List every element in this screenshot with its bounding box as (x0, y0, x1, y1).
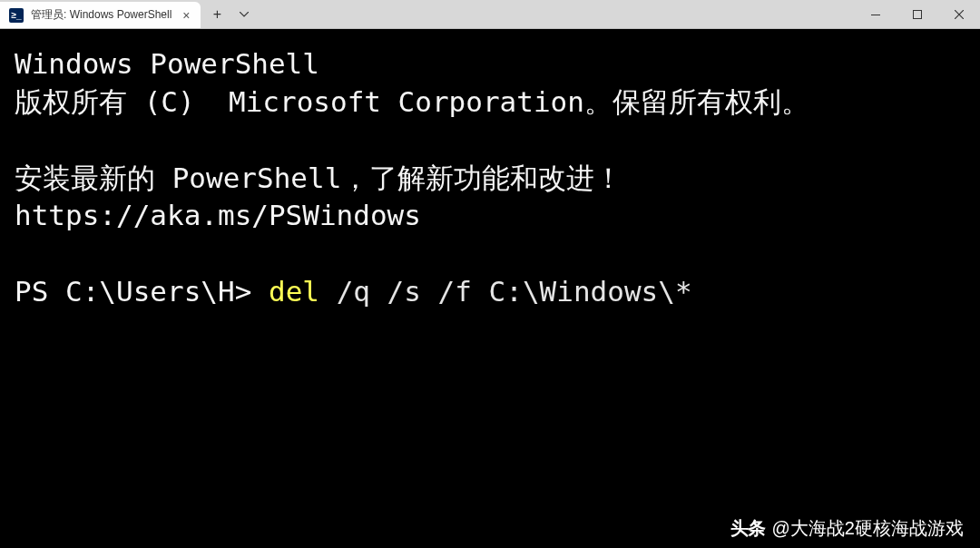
watermark: 头条 @大海战2硬核海战游戏 (730, 516, 964, 541)
maximize-button[interactable] (897, 0, 938, 29)
command-keyword: del (269, 275, 319, 308)
titlebar-drag-area[interactable] (257, 0, 855, 28)
watermark-logo: 头条 (730, 516, 765, 541)
terminal-output[interactable]: Windows PowerShell 版权所有 (C) Microsoft Co… (0, 29, 980, 548)
tab-close-button[interactable]: × (179, 8, 193, 23)
window-controls (855, 0, 980, 28)
watermark-text: @大海战2硬核海战游戏 (772, 516, 964, 541)
tab-dropdown-button[interactable] (231, 0, 257, 28)
new-tab-button[interactable]: + (202, 0, 231, 28)
minimize-button[interactable] (855, 0, 897, 29)
tab-powershell[interactable]: ≥_ 管理员: Windows PowerShell × (0, 2, 201, 28)
maximize-icon (913, 10, 922, 19)
terminal-line: 版权所有 (C) Microsoft Corporation。保留所有权利。 (15, 85, 809, 118)
minimize-icon (871, 15, 880, 15)
command-arguments: /q /s /f C:\Windows\* (319, 275, 692, 308)
chevron-down-icon (240, 12, 249, 17)
window-titlebar: ≥_ 管理员: Windows PowerShell × + (0, 0, 980, 29)
close-window-button[interactable] (938, 0, 980, 29)
terminal-line: https://aka.ms/PSWindows (15, 199, 421, 231)
tab-title: 管理员: Windows PowerShell (31, 7, 172, 23)
svg-rect-0 (871, 15, 880, 15)
terminal-line: 安装最新的 PowerShell，了解新功能和改进！ (15, 161, 622, 194)
svg-rect-1 (914, 11, 922, 19)
terminal-line: Windows PowerShell (15, 47, 319, 80)
powershell-icon: ≥_ (9, 8, 24, 23)
prompt-text: PS C:\Users\H> (15, 275, 269, 308)
close-icon (955, 10, 964, 19)
